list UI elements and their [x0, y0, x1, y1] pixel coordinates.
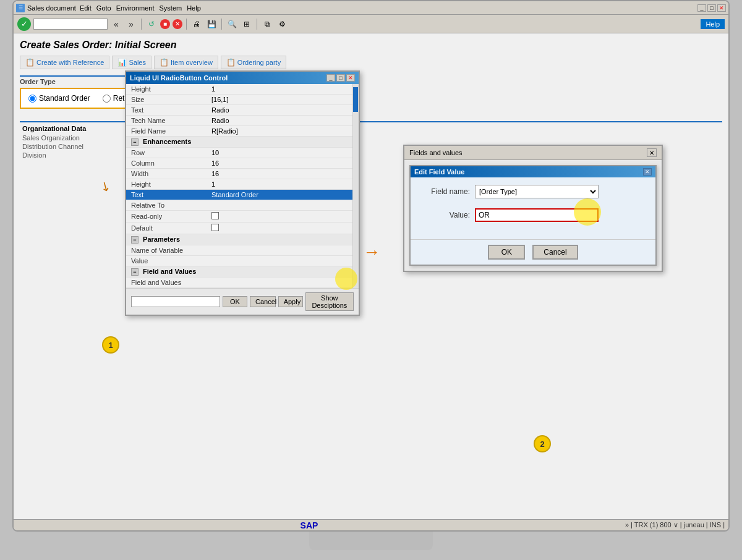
efv-title-bar: Edit Field Value ✕: [411, 166, 655, 177]
toolbar: ✓ « » ↺ ■ ✕ 🖨 💾 🔍 ⊞ ⧉ ⚙ Help: [14, 15, 728, 33]
tabs-bar: 📋 Create with Reference 📊 Sales 📋 Item o…: [20, 56, 722, 69]
find-next-icon[interactable]: ⊞: [241, 18, 253, 30]
save-icon[interactable]: 💾: [205, 18, 218, 30]
monitor-frame: ☰ Sales document Edit Goto Environment S…: [12, 0, 730, 532]
enh-name-col: Column: [126, 158, 207, 169]
enh-name-width: Width: [126, 169, 207, 179]
menu-goto[interactable]: Goto: [95, 4, 113, 12]
minimize-button[interactable]: _: [697, 4, 706, 12]
radio-returns-input[interactable]: [103, 95, 111, 103]
param-row-1: Value: [126, 256, 359, 266]
prop-row-fieldname: Field Name R[Radio]: [126, 126, 359, 137]
readonly-checkbox[interactable]: [211, 212, 219, 219]
enh-row-relative: Relative To: [126, 200, 359, 211]
refresh-icon[interactable]: ↺: [145, 18, 158, 30]
dialog-close-btn[interactable]: ✕: [346, 74, 355, 82]
fieldvalues-header: − Field and Values: [126, 266, 359, 278]
accept-icon[interactable]: ✓: [17, 17, 31, 31]
param-name-value: Value: [126, 256, 207, 266]
fieldvalues-label: Field and Values: [143, 268, 196, 275]
dialog-ok-button[interactable]: OK: [223, 296, 247, 307]
parameters-header: − Parameters: [126, 234, 359, 245]
property-table: Height 1 Size [16,1] Text Radio Tech N: [126, 84, 359, 288]
menu-environment[interactable]: Environment: [115, 4, 156, 12]
enh-name-height2: Height: [126, 179, 207, 190]
status-bar: SAP » | TRX (1) 800 ∨ | juneau | INS |: [14, 519, 728, 530]
prop-name-size: Size: [126, 95, 207, 105]
enh-name-row: Row: [126, 148, 207, 158]
menu-help[interactable]: Help: [186, 4, 202, 12]
enh-name-default: Default: [126, 223, 207, 234]
cancel-icon[interactable]: ✕: [173, 19, 182, 29]
efv-close-button[interactable]: ✕: [643, 168, 652, 176]
dialog-title-bar: Liquid UI RadioButton Control _ □ ✕: [126, 72, 359, 84]
enh-row-2: Width 16: [126, 169, 359, 179]
scrollbar-track[interactable]: [352, 84, 359, 288]
parameters-collapse[interactable]: −: [131, 236, 139, 244]
tab-icon-0: 📋: [25, 58, 35, 67]
efv-cancel-button[interactable]: Cancel: [532, 245, 578, 260]
default-checkbox[interactable]: [211, 224, 219, 231]
menu-system[interactable]: System: [158, 4, 183, 12]
enhancements-collapse[interactable]: −: [131, 138, 139, 146]
prop-row-techname: Tech Name Radio: [126, 116, 359, 126]
stop-icon[interactable]: ■: [160, 19, 170, 29]
enh-row-0: Row 10: [126, 148, 359, 158]
prop-val-fieldname: R[Radio]: [207, 126, 359, 137]
enh-row-3: Height 1: [126, 179, 359, 190]
radio-standard-input[interactable]: [28, 95, 36, 103]
tab-icon-3: 📋: [226, 58, 236, 67]
enh-name-readonly: Read-only: [126, 211, 207, 223]
enh-row-text-highlighted[interactable]: Text Standard Order: [126, 190, 359, 200]
fieldvalues-collapse[interactable]: −: [131, 268, 139, 276]
dialog-show-desc-button[interactable]: Show Desciptions: [305, 292, 354, 311]
prop-val-text: Radio: [207, 105, 359, 116]
help-button[interactable]: Help: [701, 19, 725, 29]
print-icon[interactable]: 🖨: [190, 18, 203, 30]
tab-ordering-party[interactable]: 📋 Ordering party: [221, 56, 286, 69]
command-input[interactable]: [33, 19, 108, 30]
main-content: Create Sales Order: Initial Screen 📋 Cre…: [14, 33, 728, 519]
prop-row-height: Height 1: [126, 84, 359, 95]
fav-close-button[interactable]: ✕: [647, 148, 657, 157]
tab-create-with-reference[interactable]: 📋 Create with Reference: [20, 56, 109, 69]
radio-standard-order[interactable]: Standard Order: [28, 94, 90, 103]
find-icon[interactable]: 🔍: [226, 18, 238, 30]
dialog-maximize-btn[interactable]: □: [336, 74, 345, 82]
step-marker-1: 1: [102, 336, 119, 354]
fieldvalues-name: Field and Values: [126, 278, 207, 288]
close-button[interactable]: ✕: [717, 4, 726, 12]
enh-val-text: Standard Order: [207, 190, 359, 200]
tab-sales[interactable]: 📊 Sales: [112, 56, 151, 69]
dialog-body: Height 1 Size [16,1] Text Radio Tech N: [126, 84, 359, 288]
order-type-label: Order Type: [20, 78, 56, 85]
back-icon[interactable]: «: [110, 18, 122, 30]
tab-item-overview[interactable]: 📋 Item overview: [154, 56, 218, 69]
enh-val-height2: 1: [207, 179, 359, 190]
settings-icon[interactable]: ⚙: [276, 18, 288, 30]
enh-name-relative: Relative To: [126, 200, 207, 211]
copy-icon[interactable]: ⧉: [261, 18, 273, 30]
status-trx-info: » | TRX (1) 800 ∨ | juneau | INS |: [625, 521, 725, 529]
prop-val-techname: Radio: [207, 116, 359, 126]
efv-value-input[interactable]: [475, 208, 599, 222]
parameters-label: Parameters: [143, 235, 180, 243]
scrollbar-thumb[interactable]: [353, 87, 358, 112]
dialog-cancel-button[interactable]: Cancel: [250, 296, 276, 307]
dialog-apply-button[interactable]: Apply: [278, 296, 303, 307]
dialog-minimize-btn[interactable]: _: [326, 74, 335, 82]
tab-label-3: Ordering party: [237, 59, 281, 66]
enh-val-relative: [207, 200, 359, 211]
efv-fieldname-select[interactable]: [Order Type]: [475, 185, 599, 198]
menu-edit[interactable]: Edit: [79, 4, 93, 12]
title-bar: ☰ Sales document Edit Goto Environment S…: [14, 1, 728, 15]
dialog-search-input[interactable]: [131, 296, 220, 307]
efv-fieldname-row: Field name: [Order Type]: [420, 185, 646, 198]
efv-body: Field name: [Order Type] Value:: [411, 177, 655, 239]
efv-footer: OK Cancel: [411, 239, 655, 265]
fav-title: Fields and values: [409, 149, 463, 156]
efv-ok-button[interactable]: OK: [488, 245, 525, 260]
forward-icon[interactable]: »: [125, 18, 137, 30]
maximize-button[interactable]: □: [707, 4, 716, 12]
step-arrow: →: [363, 242, 380, 262]
